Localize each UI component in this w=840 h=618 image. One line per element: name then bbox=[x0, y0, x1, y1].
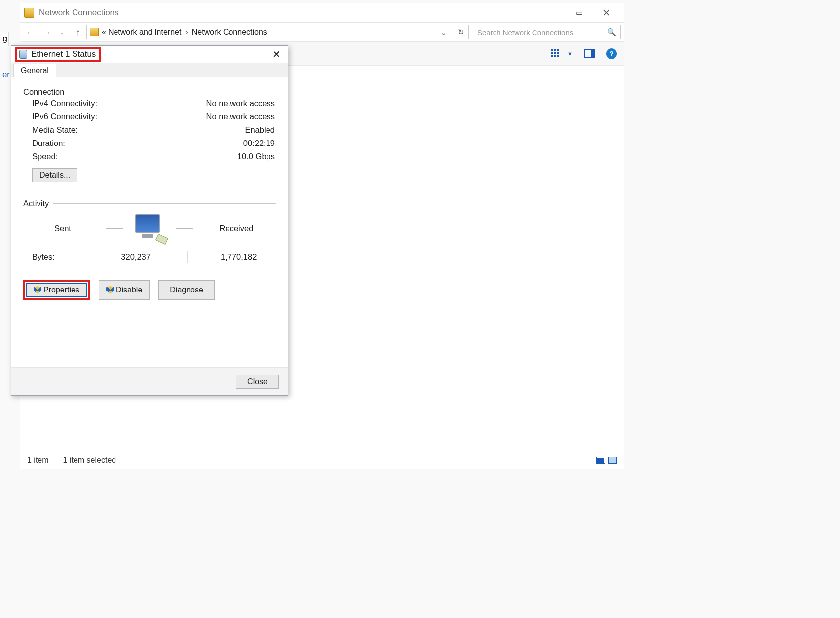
grid-icon bbox=[551, 49, 562, 58]
value: No network access bbox=[176, 112, 275, 121]
row-speed: Speed:10.0 Gbps bbox=[23, 150, 276, 163]
label: IPv4 Connectivity: bbox=[32, 99, 121, 108]
recent-dropdown[interactable]: ⌄ bbox=[55, 25, 70, 39]
bytes-label: Bytes: bbox=[32, 253, 100, 262]
cropped-text: er bbox=[0, 68, 10, 82]
close-window-button[interactable]: ✕ bbox=[593, 5, 620, 20]
sent-label: Sent bbox=[28, 224, 97, 233]
group-label: Connection bbox=[23, 87, 68, 97]
details-view-button[interactable] bbox=[596, 457, 605, 464]
row-ipv4: IPv4 Connectivity:No network access bbox=[23, 97, 276, 110]
breadcrumb-item[interactable]: Network Connections bbox=[190, 28, 269, 36]
thumbnails-view-button[interactable] bbox=[608, 457, 617, 464]
properties-highlight: Properties bbox=[23, 280, 90, 300]
row-duration: Duration:00:22:19 bbox=[23, 137, 276, 150]
status-selected-count: 1 item selected bbox=[63, 456, 116, 465]
button-label: Disable bbox=[116, 286, 142, 294]
shield-icon bbox=[106, 286, 114, 294]
disable-button[interactable]: Disable bbox=[99, 280, 150, 300]
dialog-title-highlight: Ethernet 1 Status bbox=[15, 47, 101, 62]
breadcrumb-prefix: « bbox=[102, 28, 106, 36]
app-icon bbox=[24, 8, 34, 18]
view-options-button[interactable]: ▼ bbox=[551, 49, 573, 58]
label: Duration: bbox=[32, 139, 121, 148]
title-bar[interactable]: Network Connections — ▭ ✕ bbox=[20, 3, 624, 22]
bytes-row: Bytes: 320,237 1,770,182 bbox=[23, 243, 276, 263]
label: Speed: bbox=[32, 152, 121, 161]
status-bar: 1 item 1 item selected bbox=[20, 451, 624, 469]
up-button[interactable]: ↑ bbox=[71, 25, 85, 39]
activity-graphic: Sent Received bbox=[23, 214, 276, 243]
monitor-icon bbox=[132, 214, 167, 243]
window-title: Network Connections bbox=[39, 8, 119, 18]
nav-bar: ← → ⌄ ↑ « Network and Internet › Network… bbox=[20, 22, 624, 42]
dialog-footer: Close bbox=[11, 367, 288, 395]
status-item-count: 1 item bbox=[27, 456, 49, 465]
received-label: Received bbox=[202, 224, 271, 233]
address-dropdown[interactable]: ⌄ bbox=[437, 28, 450, 37]
properties-button[interactable]: Properties bbox=[26, 283, 87, 297]
label: IPv6 Connectivity: bbox=[32, 112, 121, 121]
maximize-button[interactable]: ▭ bbox=[566, 5, 593, 20]
value: No network access bbox=[176, 99, 275, 108]
diagnose-button[interactable]: Diagnose bbox=[158, 280, 215, 300]
value: 10.0 Gbps bbox=[176, 152, 275, 161]
row-media: Media State:Enabled bbox=[23, 123, 276, 137]
forward-button[interactable]: → bbox=[39, 25, 54, 39]
value: Enabled bbox=[176, 125, 275, 135]
help-button[interactable]: ? bbox=[606, 48, 617, 59]
value: 00:22:19 bbox=[176, 139, 275, 148]
group-label: Activity bbox=[23, 199, 53, 208]
tab-strip: General bbox=[11, 63, 288, 77]
chevron-down-icon: ▼ bbox=[567, 51, 573, 57]
label: Media State: bbox=[32, 125, 121, 135]
minimize-button[interactable]: — bbox=[538, 5, 566, 20]
search-icon: 🔍 bbox=[607, 28, 616, 36]
bytes-received-value: 1,770,182 bbox=[202, 253, 275, 262]
breadcrumb-separator: › bbox=[183, 28, 190, 36]
action-buttons: Properties Disable Diagnose bbox=[23, 280, 276, 300]
dialog-body: Connection IPv4 Connectivity:No network … bbox=[11, 77, 288, 367]
close-button[interactable]: Close bbox=[236, 375, 279, 389]
cropped-text: g bbox=[0, 32, 9, 46]
button-label: Properties bbox=[43, 286, 79, 294]
dialog-titlebar[interactable]: Ethernet 1 Status ✕ bbox=[11, 46, 288, 63]
ethernet-icon bbox=[19, 50, 27, 59]
row-ipv6: IPv6 Connectivity:No network access bbox=[23, 110, 276, 123]
dialog-title: Ethernet 1 Status bbox=[31, 49, 96, 59]
group-activity: Activity bbox=[23, 199, 276, 208]
preview-pane-button[interactable] bbox=[584, 49, 595, 58]
refresh-button[interactable]: ↻ bbox=[454, 25, 469, 39]
search-placeholder: Search Network Connections bbox=[477, 28, 573, 36]
shield-icon bbox=[34, 286, 41, 294]
breadcrumb-item[interactable]: Network and Internet bbox=[106, 28, 184, 36]
dialog-close-button[interactable]: ✕ bbox=[269, 48, 284, 60]
back-button[interactable]: ← bbox=[23, 25, 38, 39]
group-connection: Connection bbox=[23, 87, 276, 97]
search-box[interactable]: Search Network Connections 🔍 bbox=[473, 25, 621, 39]
address-bar[interactable]: « Network and Internet › Network Connect… bbox=[86, 25, 453, 39]
tab-general[interactable]: General bbox=[13, 64, 56, 77]
folder-icon bbox=[90, 28, 99, 36]
ethernet-status-dialog: Ethernet 1 Status ✕ General Connection I… bbox=[11, 45, 288, 396]
bytes-sent-value: 320,237 bbox=[100, 253, 172, 262]
details-button[interactable]: Details... bbox=[32, 168, 77, 182]
